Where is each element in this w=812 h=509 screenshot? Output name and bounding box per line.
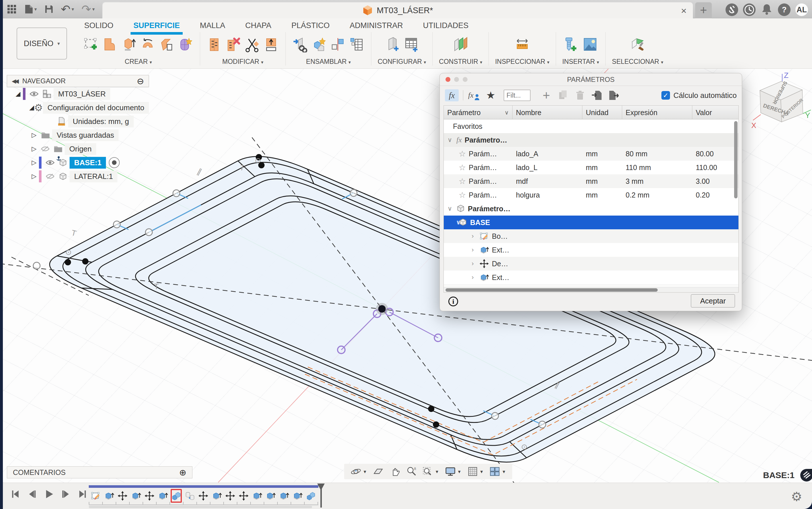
timeline-feature-pattern-icon[interactable] (183, 489, 196, 503)
favorites-icon[interactable]: ★ (484, 89, 497, 102)
bom-icon[interactable] (349, 36, 365, 53)
section-row-favoritos[interactable]: Favoritos (444, 120, 738, 133)
browser-item-label[interactable]: Configuración del documento (43, 102, 149, 114)
feature-row-bo[interactable]: ›Bo… (444, 229, 738, 243)
ribbon-tab-malla[interactable]: MALLA (198, 20, 227, 33)
timeline-feature-move-icon[interactable] (237, 489, 250, 503)
parameter-row-lado_L[interactable]: ☆Parám…lado_Lmm110 mm110.00 (444, 161, 738, 174)
timeline-feature-extrude-icon[interactable] (277, 489, 291, 503)
ribbon-group-menu-configurar[interactable]: CONFIGURAR ▾ (378, 58, 426, 66)
delete-parameter-icon[interactable] (574, 89, 586, 102)
ribbon-tab-administrar[interactable]: ADMINISTRAR (348, 20, 405, 33)
close-document-icon[interactable]: × (681, 5, 686, 16)
new-component-icon[interactable] (311, 36, 327, 53)
zoom-icon[interactable]: ± (404, 466, 418, 477)
insert-derive-icon[interactable] (292, 36, 308, 53)
trim-icon[interactable] (244, 36, 260, 53)
expand-node-icon[interactable]: ▷ (29, 173, 39, 180)
dialog-title-bar[interactable]: PARÁMETROS (440, 73, 742, 86)
undo-icon[interactable]: ↶▾ (61, 3, 74, 16)
column-unidad[interactable]: Unidad (582, 106, 622, 120)
job-status-icon[interactable] (743, 3, 755, 16)
component-row-base[interactable]: ∨BASE (444, 215, 738, 229)
ribbon-group-menu-ensamblar[interactable]: ENSAMBLAR ▾ (306, 58, 351, 66)
feature-row-ext[interactable]: ›Ext… (444, 271, 738, 284)
expand-node-icon[interactable]: ▷ (29, 145, 39, 152)
timeline-feature-extrude-icon[interactable] (156, 489, 169, 503)
stitch-icon[interactable] (206, 36, 223, 53)
orbit-icon[interactable]: ▼ (349, 466, 369, 477)
extrude-icon[interactable] (121, 36, 137, 53)
timeline-feature-move-icon[interactable] (143, 489, 156, 503)
minimize-panel-icon[interactable]: ⊖ (137, 76, 144, 86)
create-form-icon[interactable] (177, 36, 194, 53)
ribbon-group-menu-modificar[interactable]: MODIFICAR ▾ (222, 58, 263, 66)
timeline-feature-extrude-icon[interactable] (250, 489, 264, 503)
ribbon-group-menu-inspeccionar[interactable]: INSPECCIONAR ▾ (495, 58, 549, 66)
help-icon[interactable]: ? (778, 3, 790, 16)
play-icon[interactable] (44, 489, 54, 499)
viewports-icon[interactable]: ▼ (487, 466, 508, 477)
measure-icon[interactable] (514, 36, 530, 53)
browser-item-unidades-mm-g[interactable]: Unidades: mm, g (7, 114, 149, 128)
zoom-window-icon[interactable] (463, 77, 468, 82)
timeline-settings-gear-icon[interactable]: ⚙ (791, 489, 802, 504)
timeline-feature-extrude-icon[interactable] (210, 489, 223, 503)
parameter-row-mdf[interactable]: ☆Parám…mdfmm3 mm3.00 (444, 174, 738, 188)
visibility-on-icon[interactable] (28, 91, 40, 97)
minimize-window-icon[interactable] (454, 77, 459, 82)
browser-item-vistas-guardadas[interactable]: ▷Vistas guardadas (7, 128, 149, 142)
select-icon[interactable] (630, 36, 646, 53)
expand-node-icon[interactable]: ▷ (29, 159, 39, 166)
configuration-icon[interactable] (384, 36, 401, 53)
ribbon-tab-plástico[interactable]: PLÁSTICO (290, 20, 332, 33)
browser-item-label[interactable]: LATERAL:1 (70, 171, 117, 182)
import-parameters-icon[interactable] (591, 89, 603, 102)
go-to-start-icon[interactable] (11, 489, 21, 499)
unstitch-icon[interactable] (225, 36, 241, 53)
favorite-star-icon[interactable]: ☆ (446, 177, 466, 186)
view-cube[interactable]: Z Y X SUPERIOR DERECHA POSTERIOR (751, 72, 812, 139)
ribbon-tab-solido[interactable]: SOLIDO (82, 20, 115, 33)
visibility-off-icon[interactable] (39, 146, 52, 152)
joint-icon[interactable] (330, 36, 346, 53)
ribbon-group-menu-seleccionar[interactable]: SELECCIONAR ▾ (612, 58, 663, 66)
ribbon-group-menu-construir[interactable]: CONSTRUIR ▾ (439, 58, 482, 66)
visibility-on-icon[interactable] (44, 160, 57, 166)
timeline-feature-combine-icon[interactable] (169, 489, 183, 503)
patch-icon[interactable] (102, 36, 118, 53)
step-forward-icon[interactable] (61, 489, 70, 499)
timeline-feature-extrude-icon[interactable] (264, 489, 277, 503)
extensions-icon[interactable] (725, 3, 738, 16)
create-sketch-icon[interactable] (83, 36, 99, 53)
browser-item-base-1[interactable]: ▷BASE:1 (7, 156, 149, 169)
ribbon-tab-superficie[interactable]: SUPERFICIE (132, 20, 181, 33)
browser-item-configuraci-n-del-documento[interactable]: ◢⚙Configuración del documento (7, 101, 149, 114)
browser-item-origen[interactable]: ▷Origen (7, 142, 149, 156)
timeline-feature-move-icon[interactable] (196, 489, 210, 503)
timeline-playhead[interactable] (317, 483, 325, 509)
grid-settings-icon[interactable]: ▼ (466, 466, 485, 477)
expand-node-icon[interactable]: ▷ (29, 131, 39, 139)
info-icon[interactable]: i (448, 297, 458, 306)
ribbon-group-menu-crear[interactable]: CREAR ▾ (125, 58, 152, 66)
browser-header[interactable]: ◀◀ NAVEGADOR ⊖ (7, 75, 149, 87)
browser-item-label[interactable]: BASE:1 (70, 157, 106, 169)
ribbon-group-menu-insertar[interactable]: INSERTAR ▾ (562, 58, 599, 66)
browser-item-label[interactable]: Unidades: mm, g (68, 116, 134, 127)
activate-component-radio[interactable] (109, 157, 120, 168)
comments-panel[interactable]: COMENTARIOS ⊕ (7, 466, 193, 478)
filter-input[interactable] (504, 90, 531, 101)
insert-fastener-icon[interactable] (563, 36, 579, 53)
insert-canvas-icon[interactable] (582, 36, 598, 53)
save-icon[interactable] (44, 5, 54, 14)
timeline-feature-extrude-icon[interactable] (102, 489, 116, 503)
pan-icon[interactable] (388, 466, 402, 477)
close-window-icon[interactable] (445, 77, 450, 82)
workspace-switcher[interactable]: DISEÑO▾ (16, 28, 67, 60)
user-parameters-group-row[interactable]: ∨fxParámetro… (444, 133, 738, 147)
column-nombre[interactable]: Nombre (512, 106, 582, 120)
parameter-row-holgura[interactable]: ☆Parám…holguramm0.2 mm0.20 (444, 188, 738, 202)
go-to-end-icon[interactable] (77, 489, 87, 499)
visibility-off-icon[interactable] (44, 173, 57, 179)
